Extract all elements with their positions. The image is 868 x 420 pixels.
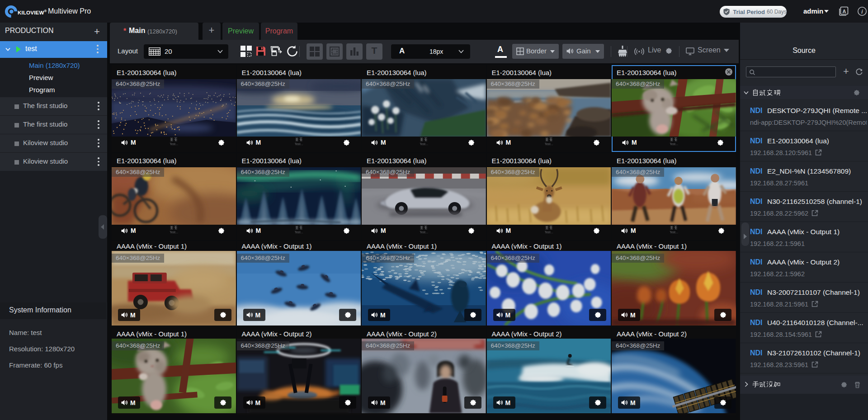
svg-text:i: i xyxy=(861,9,863,15)
svg-text:A: A xyxy=(843,9,846,14)
